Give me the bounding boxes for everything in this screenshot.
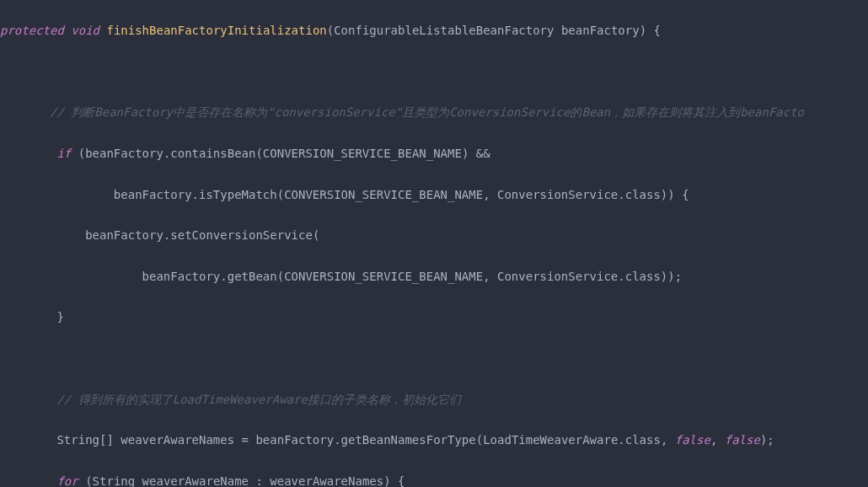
code-line [0,348,868,368]
for-head: (String weaverAwareName : weaverAwareNam… [78,474,405,487]
decl-end: ); [760,433,774,447]
code-line: beanFactory.setConversionService( [0,225,868,245]
declaration: String[] weaverAwareNames = beanFactory.… [56,433,674,447]
code-line: for (String weaverAwareName : weaverAwar… [0,471,868,487]
keyword-if: if [56,147,71,160]
keyword-for: for [56,474,78,487]
code-line: } [0,307,868,327]
code-line: protected void finishBeanFactoryInitiali… [0,20,868,40]
brace: { [646,24,661,37]
code-line [0,62,868,82]
paren: ) [640,24,646,37]
keyword-access: protected [0,24,64,37]
statement: beanFactory.getBean(CONVERSION_SERVICE_B… [142,270,683,283]
code-line: beanFactory.isTypeMatch(CONVERSION_SERVI… [0,185,868,205]
statement: beanFactory.setConversionService( [85,228,319,242]
code-editor[interactable]: protected void finishBeanFactoryInitiali… [0,0,868,487]
code-line: if (beanFactory.containsBean(CONVERSION_… [0,143,868,163]
condition: beanFactory.isTypeMatch(CONVERSION_SERVI… [114,188,689,201]
keyword-type: void [71,24,99,37]
param-name: beanFactory [561,24,640,37]
condition: (beanFactory.containsBean(CONVERSION_SER… [71,147,490,160]
code-line: // 得到所有的实现了LoadTimeWeaverAware接口的子类名称，初始… [0,389,868,409]
keyword-false: false [675,433,710,447]
sep: , [710,433,725,447]
code-line: beanFactory.getBean(CONVERSION_SERVICE_B… [0,266,868,286]
comment: // 判断BeanFactory中是否存在名称为"conversionServi… [50,105,804,119]
method-name: finishBeanFactoryInitialization [106,24,326,37]
code-line: String[] weaverAwareNames = beanFactory.… [0,430,868,450]
keyword-false: false [725,433,760,447]
param-type: ConfigurableListableBeanFactory [334,24,554,37]
brace: } [56,310,63,324]
paren: ( [327,24,334,37]
comment: // 得到所有的实现了LoadTimeWeaverAware接口的子类名称，初始… [56,393,460,406]
code-line: // 判断BeanFactory中是否存在名称为"conversionServi… [0,102,868,122]
